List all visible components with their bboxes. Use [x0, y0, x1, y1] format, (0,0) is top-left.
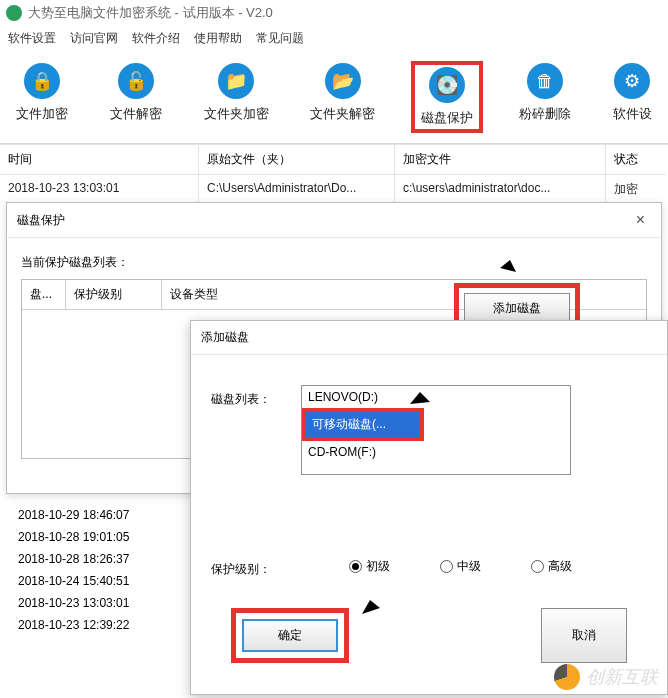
- tool-file-encrypt[interactable]: 🔒 文件加密: [10, 61, 74, 133]
- list-item[interactable]: 2018-10-24 15:40:51: [12, 570, 135, 592]
- disk-item-lenovo[interactable]: LENOVO(D:): [302, 386, 570, 408]
- list-item[interactable]: 2018-10-23 13:03:01: [12, 592, 135, 614]
- menubar: 软件设置 访问官网 软件介绍 使用帮助 常见问题: [0, 26, 668, 55]
- radio-icon: [349, 560, 362, 573]
- dialog-protect-title: 磁盘保护: [17, 212, 65, 229]
- radio-basic[interactable]: 初级: [349, 558, 390, 575]
- list-item[interactable]: 2018-10-29 18:46:07: [12, 504, 135, 526]
- folder-decrypt-icon: 📂: [325, 63, 361, 99]
- level-label: 保护级别：: [211, 555, 299, 578]
- radio-icon: [440, 560, 453, 573]
- cancel-button[interactable]: 取消: [541, 608, 627, 663]
- radio-high[interactable]: 高级: [531, 558, 572, 575]
- disk-list-label: 磁盘列表：: [211, 385, 301, 408]
- folder-encrypt-icon: 📁: [218, 63, 254, 99]
- col-time-header[interactable]: 时间: [0, 145, 198, 175]
- protect-list-label: 当前保护磁盘列表：: [21, 254, 647, 271]
- tool-folder-decrypt[interactable]: 📂 文件夹解密: [304, 61, 381, 133]
- list-item[interactable]: 2018-10-28 19:01:05: [12, 526, 135, 548]
- disk-item-removable[interactable]: 可移动磁盘(...: [306, 412, 420, 437]
- tool-shred-delete[interactable]: 🗑 粉碎删除: [513, 61, 577, 133]
- menu-website[interactable]: 访问官网: [70, 30, 118, 47]
- col-enc-header[interactable]: 加密文件: [395, 145, 605, 175]
- col-orig-header[interactable]: 原始文件（夹）: [199, 145, 394, 175]
- disk-listbox[interactable]: LENOVO(D:) 可移动磁盘(... CD-ROM(F:): [301, 385, 571, 475]
- col-enc-value: c:\users\administrator\doc...: [395, 175, 605, 201]
- tool-disk-protect[interactable]: 💽 磁盘保护: [411, 61, 483, 133]
- tool-folder-encrypt[interactable]: 📁 文件夹加密: [198, 61, 275, 133]
- app-icon: [6, 5, 22, 21]
- main-table: 时间 2018-10-23 13:03:01 原始文件（夹） C:\Users\…: [0, 144, 668, 204]
- menu-help[interactable]: 使用帮助: [194, 30, 242, 47]
- tool-settings[interactable]: ⚙ 软件设: [607, 61, 658, 133]
- protect-th-drive[interactable]: 盘...: [22, 280, 66, 309]
- dialog-add-disk: 添加磁盘 磁盘列表： LENOVO(D:) 可移动磁盘(... CD-ROM(F…: [190, 320, 668, 695]
- titlebar: 大势至电脑文件加密系统 - 试用版本 - V2.0: [0, 0, 668, 26]
- settings-icon: ⚙: [614, 63, 650, 99]
- list-item[interactable]: 2018-10-28 18:26:37: [12, 548, 135, 570]
- col-orig-value: C:\Users\Administrator\Do...: [199, 175, 394, 201]
- time-list: 2018-10-29 18:46:07 2018-10-28 19:01:05 …: [12, 504, 135, 636]
- tool-file-decrypt[interactable]: 🔓 文件解密: [104, 61, 168, 133]
- menu-settings[interactable]: 软件设置: [8, 30, 56, 47]
- shred-delete-icon: 🗑: [527, 63, 563, 99]
- close-icon[interactable]: ×: [630, 211, 651, 229]
- radio-icon: [531, 560, 544, 573]
- menu-about[interactable]: 软件介绍: [132, 30, 180, 47]
- radio-medium[interactable]: 中级: [440, 558, 481, 575]
- col-state-header[interactable]: 状态: [606, 145, 666, 175]
- list-item[interactable]: 2018-10-23 12:39:22: [12, 614, 135, 636]
- watermark-icon: [554, 664, 580, 690]
- disk-item-cdrom[interactable]: CD-ROM(F:): [302, 441, 570, 463]
- ok-highlight: 确定: [231, 608, 349, 663]
- file-encrypt-icon: 🔒: [24, 63, 60, 99]
- watermark: 创新互联: [554, 664, 658, 690]
- file-decrypt-icon: 🔓: [118, 63, 154, 99]
- menu-faq[interactable]: 常见问题: [256, 30, 304, 47]
- app-title: 大势至电脑文件加密系统 - 试用版本 - V2.0: [28, 4, 273, 22]
- disk-protect-icon: 💽: [429, 67, 465, 103]
- ok-button[interactable]: 确定: [242, 619, 338, 652]
- dialog-add-title: 添加磁盘: [201, 329, 249, 346]
- disk-item-highlight: 可移动磁盘(...: [302, 408, 424, 441]
- col-time-value: 2018-10-23 13:03:01: [0, 175, 198, 201]
- toolbar: 🔒 文件加密 🔓 文件解密 📁 文件夹加密 📂 文件夹解密 💽 磁盘保护 🗑 粉…: [0, 55, 668, 144]
- col-state-value: 加密: [606, 175, 666, 204]
- protect-th-level[interactable]: 保护级别: [66, 280, 162, 309]
